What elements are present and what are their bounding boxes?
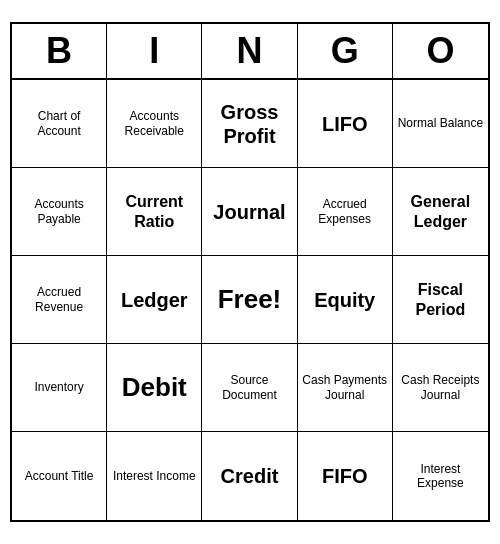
cell-text: Credit bbox=[221, 464, 279, 488]
header-letter: I bbox=[107, 24, 202, 78]
bingo-grid: Chart of AccountAccounts ReceivableGross… bbox=[12, 80, 488, 520]
bingo-header: BINGO bbox=[12, 24, 488, 80]
bingo-cell: Cash Receipts Journal bbox=[393, 344, 488, 432]
cell-text: Interest Income bbox=[113, 469, 196, 483]
cell-text: Current Ratio bbox=[111, 192, 197, 230]
cell-text: Accrued Revenue bbox=[16, 285, 102, 314]
bingo-cell: Journal bbox=[202, 168, 297, 256]
cell-text: Accounts Payable bbox=[16, 197, 102, 226]
bingo-cell: Free! bbox=[202, 256, 297, 344]
bingo-cell: Accounts Payable bbox=[12, 168, 107, 256]
bingo-cell: Accounts Receivable bbox=[107, 80, 202, 168]
cell-text: Debit bbox=[122, 372, 187, 403]
bingo-cell: General Ledger bbox=[393, 168, 488, 256]
bingo-cell: Accrued Revenue bbox=[12, 256, 107, 344]
bingo-card: BINGO Chart of AccountAccounts Receivabl… bbox=[10, 22, 490, 522]
header-letter: O bbox=[393, 24, 488, 78]
bingo-cell: Credit bbox=[202, 432, 297, 520]
cell-text: Chart of Account bbox=[16, 109, 102, 138]
cell-text: Source Document bbox=[206, 373, 292, 402]
bingo-cell: Source Document bbox=[202, 344, 297, 432]
cell-text: Free! bbox=[218, 284, 282, 315]
header-letter: N bbox=[202, 24, 297, 78]
bingo-cell: Ledger bbox=[107, 256, 202, 344]
cell-text: General Ledger bbox=[397, 192, 484, 230]
bingo-cell: Interest Income bbox=[107, 432, 202, 520]
cell-text: Accounts Receivable bbox=[111, 109, 197, 138]
cell-text: Accrued Expenses bbox=[302, 197, 388, 226]
bingo-cell: Equity bbox=[298, 256, 393, 344]
header-letter: G bbox=[298, 24, 393, 78]
bingo-cell: Chart of Account bbox=[12, 80, 107, 168]
cell-text: FIFO bbox=[322, 464, 368, 488]
bingo-cell: Current Ratio bbox=[107, 168, 202, 256]
bingo-cell: Normal Balance bbox=[393, 80, 488, 168]
cell-text: Cash Payments Journal bbox=[302, 373, 388, 402]
cell-text: Equity bbox=[314, 288, 375, 312]
bingo-cell: Fiscal Period bbox=[393, 256, 488, 344]
cell-text: Inventory bbox=[34, 380, 83, 394]
bingo-cell: FIFO bbox=[298, 432, 393, 520]
header-letter: B bbox=[12, 24, 107, 78]
bingo-cell: Accrued Expenses bbox=[298, 168, 393, 256]
bingo-cell: Interest Expense bbox=[393, 432, 488, 520]
bingo-cell: Account Title bbox=[12, 432, 107, 520]
cell-text: Ledger bbox=[121, 288, 188, 312]
cell-text: Account Title bbox=[25, 469, 94, 483]
cell-text: Interest Expense bbox=[397, 462, 484, 491]
bingo-cell: Debit bbox=[107, 344, 202, 432]
bingo-cell: Gross Profit bbox=[202, 80, 297, 168]
cell-text: Cash Receipts Journal bbox=[397, 373, 484, 402]
bingo-cell: Inventory bbox=[12, 344, 107, 432]
cell-text: Normal Balance bbox=[398, 116, 483, 130]
cell-text: Gross Profit bbox=[206, 100, 292, 148]
bingo-cell: Cash Payments Journal bbox=[298, 344, 393, 432]
cell-text: LIFO bbox=[322, 112, 368, 136]
bingo-cell: LIFO bbox=[298, 80, 393, 168]
cell-text: Journal bbox=[213, 200, 285, 224]
cell-text: Fiscal Period bbox=[397, 280, 484, 318]
